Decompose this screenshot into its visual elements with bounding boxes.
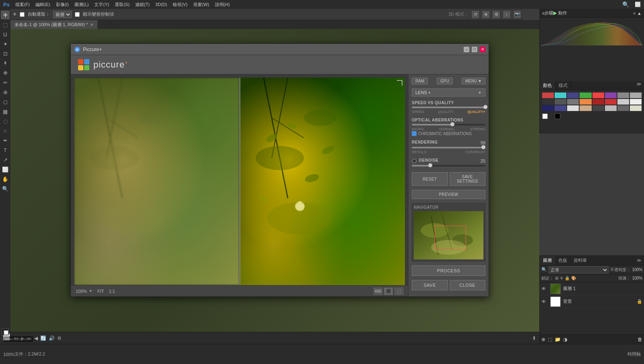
reset-btn[interactable]: RESET <box>412 172 448 186</box>
dialog-maximize-btn[interactable]: □ <box>472 47 477 52</box>
menu-file[interactable]: 檔案(F) <box>15 2 30 8</box>
swatch-purple[interactable] <box>605 93 617 98</box>
swatch-grey2[interactable] <box>630 93 642 98</box>
swatch-lt2[interactable] <box>630 99 642 105</box>
timeline-audio[interactable]: 🔊 <box>49 335 55 341</box>
move-tool[interactable]: ✛ <box>1 10 10 19</box>
zoom-tool[interactable]: 🔍 <box>1 184 10 193</box>
lens-selector[interactable]: LENS + ▼ <box>412 88 485 97</box>
view-compare-btn[interactable]: ⬚ <box>394 288 403 295</box>
rendering-slider-handle[interactable] <box>481 145 485 149</box>
steps-close-icon[interactable]: × <box>633 11 636 16</box>
layer-group-icon[interactable]: 📁 <box>555 337 561 342</box>
eyedropper-tool[interactable]: 🖈 <box>1 59 10 68</box>
document-tab[interactable]: 未命名-1 @ 100% (圖層 1, RGB/8#) * ✕ <box>10 20 98 29</box>
lock-art-icon[interactable]: 🎨 <box>571 276 576 280</box>
lock-pos-icon[interactable]: ⊞ <box>555 276 558 280</box>
menu-view[interactable]: 檢視(V) <box>173 2 188 8</box>
swatch-midblue[interactable] <box>555 105 566 111</box>
brush-tool[interactable]: ✏ <box>1 78 10 87</box>
ram-btn[interactable]: RAM <box>412 78 428 84</box>
swatch-lt3[interactable] <box>567 105 579 111</box>
blend-mode-select[interactable]: 正常 <box>549 266 609 274</box>
hand-tool[interactable]: ✋ <box>1 175 10 183</box>
transform-checkbox[interactable] <box>75 12 80 17</box>
swatch-red-dark[interactable] <box>592 99 604 105</box>
layers-expand[interactable]: ≫ <box>634 258 644 263</box>
layer-mask-icon[interactable]: ⬚ <box>548 337 552 342</box>
menu-layer[interactable]: 圖層(L) <box>74 2 89 8</box>
lock-all-icon[interactable]: 🔒 <box>565 276 570 280</box>
swatch-dark2[interactable] <box>555 99 566 105</box>
fit-btn[interactable]: FIT <box>97 289 104 294</box>
swatch-grey1[interactable] <box>617 93 629 98</box>
chromatic-checkbox[interactable] <box>412 131 417 136</box>
preview-btn[interactable]: PREVIEW <box>412 190 485 199</box>
healing-tool[interactable]: ✙ <box>1 68 10 77</box>
dodge-tool[interactable]: ○ <box>1 126 10 135</box>
gradient-tool[interactable]: ▦ <box>1 107 10 116</box>
menu-btn[interactable]: MENU ▼ <box>462 78 485 84</box>
auto-select-dropdown[interactable]: 圖層 <box>53 11 72 18</box>
save-btn[interactable]: SAVE <box>412 280 448 290</box>
crop-tool[interactable]: ⊡ <box>1 49 10 58</box>
layer-delete-icon[interactable]: 🗑 <box>638 337 642 342</box>
swatch-red3[interactable] <box>605 99 617 105</box>
path-tool[interactable]: ↗ <box>1 155 10 164</box>
layer-adjust-icon[interactable]: ◑ <box>563 337 567 342</box>
3d-tool-1[interactable]: ↺ <box>472 11 479 18</box>
tab-style[interactable]: 樣式 <box>555 81 571 90</box>
3d-tool-4[interactable]: ↕ <box>503 11 510 18</box>
search-layers-icon[interactable]: 🔍 <box>541 267 547 272</box>
swatch-lt5[interactable] <box>630 105 642 111</box>
swatch-tan[interactable] <box>580 105 591 111</box>
ps-maximize-btn[interactable]: ⬜ <box>635 2 641 7</box>
3d-tool-3[interactable]: ⚙ <box>493 11 500 18</box>
gpu-btn[interactable]: GPU <box>437 78 453 84</box>
3d-tool-5[interactable]: 📷 <box>514 11 521 18</box>
blur-tool[interactable]: ◌ <box>1 117 10 125</box>
bg-swatch[interactable] <box>555 113 560 119</box>
tab-color[interactable]: 顏色 <box>540 81 555 90</box>
tab-layers[interactable]: 圖層 <box>540 256 555 265</box>
layer-eye-2[interactable]: 👁 <box>541 299 548 304</box>
eraser-tool[interactable]: ◻ <box>1 97 10 106</box>
oa-slider-handle[interactable] <box>450 122 454 126</box>
layer-effects-icon[interactable]: ⊕ <box>541 337 545 342</box>
fg-swatch[interactable] <box>542 113 548 119</box>
resize-handle[interactable] <box>397 80 402 86</box>
swatch-darkblue[interactable] <box>542 105 554 111</box>
menu-help[interactable]: 說明(H) <box>215 2 230 8</box>
swatch-red[interactable] <box>542 93 554 98</box>
view-split-btn[interactable]: ⊟⊟ <box>374 288 382 295</box>
menu-window[interactable]: 視窗(W) <box>193 2 209 8</box>
menu-image[interactable]: 影像(I) <box>56 2 69 8</box>
svq-slider-handle[interactable] <box>483 105 487 109</box>
timeline-loop[interactable]: 🔄 <box>40 335 46 341</box>
layer-item-1[interactable]: 👁 圖層 1 <box>540 282 644 295</box>
layer-eye-1[interactable]: 👁 <box>541 286 548 292</box>
play-btn[interactable]: ▶ <box>553 10 557 16</box>
menu-select[interactable]: 選取(S) <box>115 2 130 8</box>
save-settings-btn[interactable]: SAVE SETTINGS <box>450 172 486 186</box>
denoise-slider-handle[interactable] <box>428 163 432 167</box>
swatch-green[interactable] <box>580 93 591 98</box>
pen-tool[interactable]: ✒ <box>1 136 10 145</box>
swatch-lt1[interactable] <box>617 99 629 105</box>
type-tool[interactable]: T <box>1 146 10 154</box>
swatch-cyan[interactable] <box>555 93 566 98</box>
steps-expand-icon[interactable]: ▲ <box>637 11 642 16</box>
menu-edit[interactable]: 編輯(E) <box>35 2 50 8</box>
tab-channels[interactable]: 色版 <box>555 256 570 265</box>
doc-tab-close[interactable]: ✕ <box>90 23 93 27</box>
shape-tool[interactable]: ⬜ <box>1 165 10 174</box>
dialog-minimize-btn[interactable]: – <box>464 47 469 52</box>
swatch-orange[interactable] <box>580 99 591 105</box>
timeline-settings[interactable]: ⚙ <box>57 335 62 341</box>
foreground-color[interactable] <box>2 328 9 335</box>
denoise-radio[interactable] <box>412 158 417 163</box>
rendering-slider-track[interactable] <box>412 147 485 148</box>
clone-tool[interactable]: ⊕ <box>1 88 10 97</box>
zoom-dropdown-arrow[interactable]: ▼ <box>89 289 93 293</box>
3d-tool-2[interactable]: ⊕ <box>482 11 489 18</box>
